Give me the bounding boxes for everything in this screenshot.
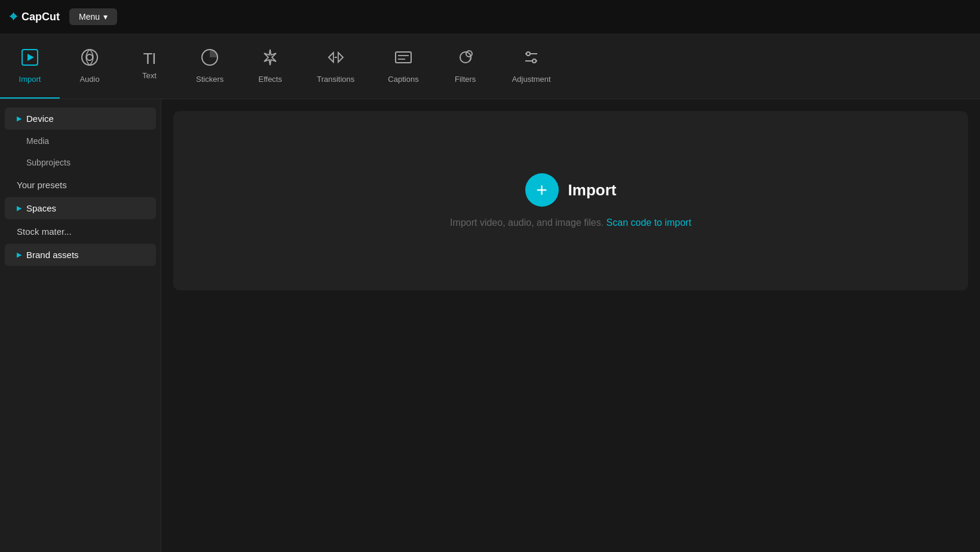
scan-link[interactable]: Scan code to import — [607, 217, 691, 228]
stickers-label: Stickers — [196, 75, 223, 84]
main-layout: ▶ Device Media Subprojects Your presets … — [0, 99, 980, 552]
effects-label: Effects — [258, 75, 282, 84]
brand-assets-chevron-icon: ▶ — [17, 251, 22, 259]
adjustment-label: Adjustment — [512, 75, 551, 84]
filters-label: Filters — [455, 75, 476, 84]
svg-rect-6 — [396, 52, 411, 63]
import-icon — [20, 48, 39, 70]
logo-text: CapCut — [22, 11, 60, 23]
svg-point-2 — [82, 50, 97, 65]
menu-label: Menu — [79, 12, 100, 22]
import-zone[interactable]: + Import Import video, audio, and image … — [173, 111, 968, 290]
spaces-chevron-icon: ▶ — [17, 204, 22, 212]
sidebar-item-stock-material[interactable]: Stock mater... — [5, 220, 156, 243]
tab-transitions[interactable]: Transitions — [300, 33, 371, 99]
your-presets-label: Your presets — [17, 180, 67, 190]
svg-point-9 — [460, 52, 471, 63]
import-plus-button[interactable]: + — [525, 173, 559, 207]
topbar: ⌖ CapCut Menu ▾ — [0, 0, 980, 33]
sidebar-item-media[interactable]: Media — [5, 131, 156, 151]
import-subtitle: Import video, audio, and image files. — [450, 217, 604, 228]
svg-point-3 — [87, 54, 93, 60]
sidebar: ▶ Device Media Subprojects Your presets … — [0, 99, 161, 552]
sidebar-item-your-presets[interactable]: Your presets — [5, 174, 156, 196]
adjustment-icon — [522, 48, 541, 70]
audio-label: Audio — [79, 75, 99, 84]
import-row: + Import — [525, 173, 617, 207]
filters-icon — [456, 48, 475, 70]
captions-label: Captions — [388, 75, 418, 84]
sidebar-item-brand-assets[interactable]: ▶ Brand assets — [5, 244, 156, 266]
tab-captions[interactable]: Captions — [371, 33, 435, 99]
tab-audio[interactable]: Audio — [60, 33, 120, 99]
import-title: Import — [568, 181, 617, 200]
tab-adjustment[interactable]: Adjustment — [495, 33, 568, 99]
tab-import[interactable]: Import — [0, 33, 60, 99]
sidebar-item-subprojects[interactable]: Subprojects — [5, 152, 156, 173]
brand-assets-label: Brand assets — [26, 250, 79, 260]
svg-point-13 — [526, 52, 530, 56]
captions-icon — [394, 48, 413, 70]
import-plus-icon: + — [536, 179, 547, 201]
tab-effects[interactable]: Effects — [240, 33, 300, 99]
device-chevron-icon: ▶ — [17, 115, 22, 122]
effects-icon — [261, 48, 280, 70]
transitions-label: Transitions — [317, 75, 354, 84]
text-icon: TI — [143, 51, 155, 66]
audio-icon — [80, 48, 99, 70]
text-label: Text — [142, 71, 157, 80]
media-label: Media — [26, 136, 49, 146]
svg-marker-1 — [27, 54, 34, 61]
import-label: Import — [19, 75, 41, 84]
spaces-label: Spaces — [26, 203, 56, 213]
menu-button[interactable]: Menu ▾ — [69, 8, 117, 25]
sidebar-item-device[interactable]: ▶ Device — [5, 108, 156, 130]
subprojects-label: Subprojects — [26, 158, 71, 167]
nav-tabs: Import Audio TI Text Stickers — [0, 33, 980, 99]
content-area: + Import Import video, audio, and image … — [161, 99, 980, 552]
sidebar-item-spaces[interactable]: ▶ Spaces — [5, 197, 156, 219]
stickers-icon — [200, 48, 219, 70]
import-subtitle-row: Import video, audio, and image files. Sc… — [450, 217, 691, 228]
tab-filters[interactable]: Filters — [436, 33, 495, 99]
tab-text[interactable]: TI Text — [120, 33, 179, 99]
tab-stickers[interactable]: Stickers — [179, 33, 240, 99]
menu-chevron-icon: ▾ — [103, 12, 108, 22]
stock-material-label: Stock mater... — [17, 226, 72, 237]
transitions-icon — [326, 48, 345, 70]
logo-icon: ⌖ — [10, 9, 17, 24]
logo: ⌖ CapCut — [10, 9, 60, 24]
svg-point-15 — [532, 59, 536, 63]
sidebar-device-label: Device — [26, 114, 54, 124]
